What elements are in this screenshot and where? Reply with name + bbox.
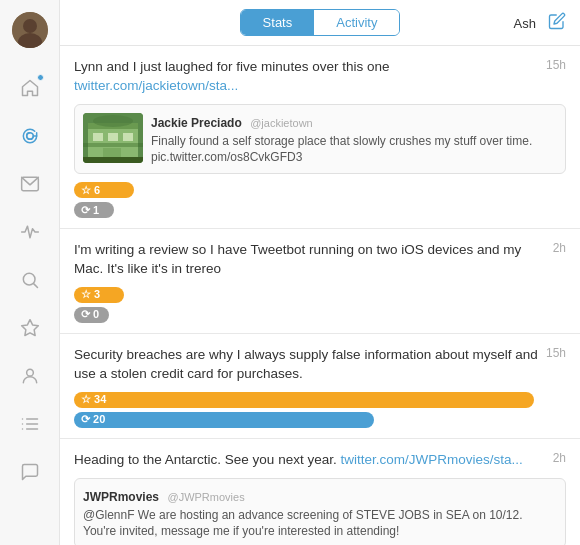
svg-rect-19 [123,133,133,141]
quote-handle: @JWPRmovies [167,491,244,503]
svg-rect-18 [108,133,118,141]
profile-icon[interactable] [10,356,50,396]
tweet-header: Security breaches are why I always suppl… [74,346,566,384]
quote-text: @GlennF We are hosting an advance screen… [83,507,557,539]
tweet-link[interactable]: twitter.com/jackietown/sta... [74,78,238,93]
header: Stats Activity Ash [60,0,580,46]
quote-text: Finally found a self storage place that … [151,133,557,165]
quote-author: JWPRmovies [83,490,159,504]
svg-rect-21 [83,143,143,147]
retweet-bar: ⟳ 20 [74,412,374,428]
header-username: Ash [514,15,536,30]
retweet-stat: ⟳ 20 [74,412,566,428]
star-stat: ☆ 6 [74,182,566,198]
search-icon[interactable] [10,260,50,300]
tweet-row: Security breaches are why I always suppl… [60,334,580,439]
tweet-time: 15h [546,58,566,72]
mention-icon[interactable] [10,116,50,156]
tweet-header: I'm writing a review so I have Tweetbot … [74,241,566,279]
tweet-row: Heading to the Antarctic. See you next y… [60,439,580,545]
retweet-bar: ⟳ 1 [74,202,114,218]
sidebar [0,0,60,545]
svg-marker-7 [21,320,38,336]
tweet-header: Lynn and I just laughed for five minutes… [74,58,566,96]
user-avatar[interactable] [12,12,48,48]
star-stat: ☆ 3 [74,287,566,303]
tweet-stats: ☆ 34 ⟳ 20 [74,392,566,428]
tweet-time: 2h [553,241,566,255]
svg-rect-17 [93,133,103,141]
main-content: Stats Activity Ash Lynn and I just laugh… [60,0,580,545]
tweet-header: Heading to the Antarctic. See you next y… [74,451,566,470]
star-stat: ☆ 34 [74,392,566,408]
retweet-stat: ⟳ 0 [74,307,566,323]
quote-card-image [83,113,143,163]
favorites-icon[interactable] [10,308,50,348]
svg-point-8 [26,369,33,376]
tweet-row: Lynn and I just laughed for five minutes… [60,46,580,229]
compose-button[interactable] [548,12,566,34]
svg-point-5 [23,273,35,285]
tweet-time: 15h [546,346,566,360]
quote-card: JWPRmovies @JWPRmovies @GlennF We are ho… [74,478,566,545]
svg-rect-23 [83,157,143,163]
quote-handle: @jackietown [250,117,313,129]
lists-icon[interactable] [10,404,50,444]
star-bar: ☆ 34 [74,392,534,408]
tweet-text: Security breaches are why I always suppl… [74,346,538,384]
tweet-stats: ☆ 3 ⟳ 0 [74,287,566,323]
svg-point-24 [93,115,133,127]
retweet-stat: ⟳ 1 [74,202,566,218]
tab-stats[interactable]: Stats [241,10,315,35]
tab-activity[interactable]: Activity [314,10,399,35]
tweet-time: 2h [553,451,566,465]
tweet-feed: Lynn and I just laughed for five minutes… [60,46,580,545]
tweet-stats: ☆ 6 ⟳ 1 [74,182,566,218]
tweet-text: Lynn and I just laughed for five minutes… [74,58,538,96]
messages-icon[interactable] [10,452,50,492]
tweet-link[interactable]: twitter.com/JWPRmovies/sta... [340,452,522,467]
retweet-bar: ⟳ 0 [74,307,109,323]
star-bar: ☆ 6 [74,182,134,198]
quote-card: Jackie Preciado @jackietown Finally foun… [74,104,566,174]
quote-card-body: JWPRmovies @JWPRmovies @GlennF We are ho… [83,487,557,539]
tweet-row: I'm writing a review so I have Tweetbot … [60,229,580,334]
star-bar: ☆ 3 [74,287,124,303]
svg-point-1 [23,19,37,33]
quote-card-body: Jackie Preciado @jackietown Finally foun… [151,113,557,165]
tweet-text: Heading to the Antarctic. See you next y… [74,451,545,470]
stats-activity-tabs[interactable]: Stats Activity [240,9,401,36]
tweet-text: I'm writing a review so I have Tweetbot … [74,241,545,279]
activity-icon[interactable] [10,212,50,252]
home-icon[interactable] [10,68,50,108]
quote-author: Jackie Preciado [151,116,242,130]
mail-icon[interactable] [10,164,50,204]
svg-line-6 [33,284,37,288]
